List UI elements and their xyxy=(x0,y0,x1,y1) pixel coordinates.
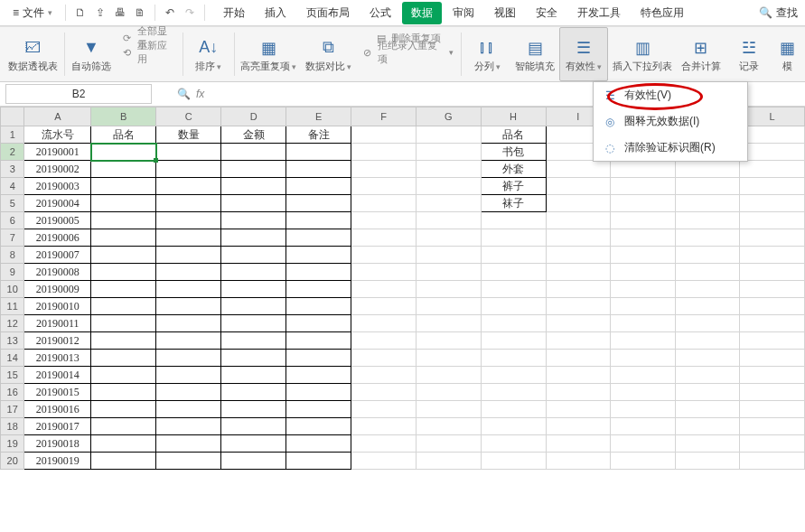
cell-D16[interactable] xyxy=(221,384,286,401)
row-header-17[interactable]: 17 xyxy=(1,401,24,418)
cell-H5[interactable]: 袜子 xyxy=(481,195,546,212)
cell-G9[interactable] xyxy=(416,264,481,281)
cell-K8[interactable] xyxy=(675,247,740,264)
cell-B14[interactable] xyxy=(91,350,156,367)
cell-F4[interactable] xyxy=(351,178,417,195)
cell-G5[interactable] xyxy=(416,195,481,212)
tab-4[interactable]: 数据 xyxy=(402,2,442,24)
validity-menu-circle-invalid[interactable]: ◎ 圈释无效数据(I) xyxy=(594,108,747,135)
cell-H13[interactable] xyxy=(481,332,546,350)
col-header-L[interactable]: L xyxy=(740,107,805,126)
cell-H8[interactable] xyxy=(481,247,546,264)
cell-I18[interactable] xyxy=(546,418,610,435)
cell-A9[interactable]: 20190008 xyxy=(24,264,91,281)
cell-G7[interactable] xyxy=(416,229,481,247)
row-header-5[interactable]: 5 xyxy=(1,195,24,212)
col-header-E[interactable]: E xyxy=(286,107,351,126)
cell-A10[interactable]: 20190009 xyxy=(24,281,91,298)
validity-menu-validity[interactable]: ☰ 有效性(V) xyxy=(594,82,747,108)
cell-A18[interactable]: 20190017 xyxy=(24,418,91,435)
cell-K4[interactable] xyxy=(675,178,740,195)
cell-G12[interactable] xyxy=(416,315,481,332)
col-header-C[interactable]: C xyxy=(156,107,221,126)
cell-L10[interactable] xyxy=(740,281,805,298)
cell-D4[interactable] xyxy=(221,178,286,195)
cell-G10[interactable] xyxy=(416,281,481,298)
row-header-1[interactable]: 1 xyxy=(1,126,24,144)
cell-L3[interactable] xyxy=(740,161,805,178)
consolidate-button[interactable]: ⊞ 合并计算 xyxy=(677,27,725,81)
cell-L1[interactable] xyxy=(740,126,805,144)
cell-B15[interactable] xyxy=(91,367,156,384)
cell-F9[interactable] xyxy=(351,264,417,281)
cell-H7[interactable] xyxy=(481,229,546,247)
cell-I14[interactable] xyxy=(546,350,610,367)
template-button[interactable]: ▦ 模 xyxy=(772,27,801,81)
cell-L7[interactable] xyxy=(740,229,805,247)
cell-E19[interactable] xyxy=(286,435,351,453)
cell-B16[interactable] xyxy=(91,384,156,401)
cell-J18[interactable] xyxy=(611,418,676,435)
cell-H15[interactable] xyxy=(481,367,546,384)
cell-H10[interactable] xyxy=(481,281,546,298)
cell-B17[interactable] xyxy=(91,401,156,418)
cell-J4[interactable] xyxy=(611,178,676,195)
cell-C2[interactable] xyxy=(156,144,221,161)
cell-J16[interactable] xyxy=(611,384,676,401)
cell-L9[interactable] xyxy=(740,264,805,281)
file-menu[interactable]: ≡文件▾ xyxy=(5,5,60,21)
cell-B18[interactable] xyxy=(91,418,156,435)
cell-F12[interactable] xyxy=(351,315,417,332)
cell-E17[interactable] xyxy=(286,401,351,418)
cell-E11[interactable] xyxy=(286,298,351,315)
cell-H18[interactable] xyxy=(481,418,546,435)
cell-K10[interactable] xyxy=(675,281,740,298)
cell-L18[interactable] xyxy=(740,418,805,435)
cell-B2[interactable] xyxy=(91,144,156,161)
undo-icon[interactable]: ↶ xyxy=(161,4,179,22)
cell-C8[interactable] xyxy=(156,247,221,264)
cell-H4[interactable]: 裤子 xyxy=(481,178,546,195)
cell-C5[interactable] xyxy=(156,195,221,212)
cell-C12[interactable] xyxy=(156,315,221,332)
cell-A11[interactable]: 20190010 xyxy=(24,298,91,315)
tab-9[interactable]: 特色应用 xyxy=(632,2,693,24)
col-header-A[interactable]: A xyxy=(24,107,91,126)
cell-K9[interactable] xyxy=(675,264,740,281)
cell-L8[interactable] xyxy=(740,247,805,264)
cell-F3[interactable] xyxy=(351,161,417,178)
tab-1[interactable]: 插入 xyxy=(256,2,295,24)
row-header-9[interactable]: 9 xyxy=(1,264,24,281)
select-all-corner[interactable] xyxy=(1,107,24,126)
cell-J19[interactable] xyxy=(611,435,676,453)
split-col-button[interactable]: ⫿⫿ 分列▾ xyxy=(463,27,510,81)
cell-F15[interactable] xyxy=(351,367,417,384)
cell-L2[interactable] xyxy=(740,144,805,161)
cell-A1[interactable]: 流水号 xyxy=(24,126,91,144)
col-header-G[interactable]: G xyxy=(416,107,481,126)
cell-E13[interactable] xyxy=(286,332,351,350)
cell-K3[interactable] xyxy=(675,161,740,178)
print-preview-icon[interactable]: 🗎 xyxy=(131,4,149,22)
cell-G3[interactable] xyxy=(416,161,481,178)
cell-E16[interactable] xyxy=(286,384,351,401)
cell-D11[interactable] xyxy=(221,298,286,315)
cell-A20[interactable]: 20190019 xyxy=(24,453,91,470)
cell-F2[interactable] xyxy=(351,144,417,161)
row-header-19[interactable]: 19 xyxy=(1,435,24,453)
cell-C16[interactable] xyxy=(156,384,221,401)
record-button[interactable]: ☳ 记录 xyxy=(725,27,772,81)
print-icon[interactable]: 🖶 xyxy=(111,4,129,22)
cell-G19[interactable] xyxy=(416,435,481,453)
cell-J9[interactable] xyxy=(611,264,676,281)
cell-A5[interactable]: 20190004 xyxy=(24,195,91,212)
cell-C15[interactable] xyxy=(156,367,221,384)
cell-I11[interactable] xyxy=(546,298,610,315)
cell-C9[interactable] xyxy=(156,264,221,281)
cell-I8[interactable] xyxy=(546,247,610,264)
cell-B4[interactable] xyxy=(91,178,156,195)
cell-E14[interactable] xyxy=(286,350,351,367)
cell-C6[interactable] xyxy=(156,212,221,229)
cell-G11[interactable] xyxy=(416,298,481,315)
cell-I4[interactable] xyxy=(546,178,610,195)
